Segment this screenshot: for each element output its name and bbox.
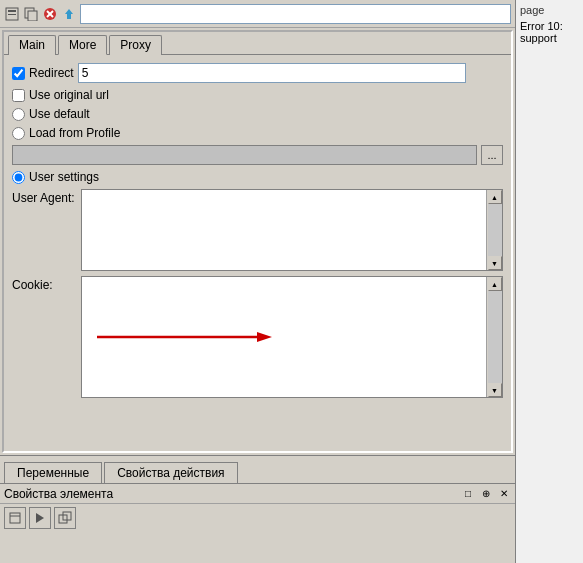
user-agent-scrollbar: ▲ ▼	[486, 190, 502, 270]
user-settings-row: User settings	[12, 170, 503, 184]
redirect-checkbox[interactable]	[12, 67, 25, 80]
user-agent-box: ▲ ▼	[81, 189, 503, 271]
toolbar-icon-1[interactable]	[4, 6, 20, 22]
properties-minimize-icon[interactable]: □	[461, 487, 475, 501]
redirect-row: Redirect	[12, 63, 503, 83]
cookie-scroll-down[interactable]: ▼	[488, 383, 502, 397]
bottom-tabs: Переменные Свойства действия	[0, 455, 515, 483]
svg-marker-8	[65, 9, 73, 19]
content-area: Redirect Use original url Use default Lo…	[4, 55, 511, 451]
cookie-field-row: Cookie: ▲ ▼	[12, 276, 503, 398]
svg-rect-4	[28, 11, 37, 21]
tabs-container: Main More Proxy Redirect Use original ur…	[2, 30, 513, 453]
use-default-radio[interactable]	[12, 108, 25, 121]
download-icon[interactable]	[61, 6, 77, 22]
redirect-label: Redirect	[29, 66, 74, 80]
user-agent-field-row: User Agent: ▲ ▼	[12, 189, 503, 271]
user-agent-scroll-down[interactable]: ▼	[488, 256, 502, 270]
properties-header-icons: □ ⊕ ✕	[461, 487, 511, 501]
cookie-scroll-track	[488, 291, 502, 383]
redirect-input[interactable]	[78, 63, 466, 83]
right-panel: page Error 10: support	[515, 0, 583, 563]
tab-proxy[interactable]: Proxy	[109, 35, 162, 55]
load-from-profile-label: Load from Profile	[29, 126, 120, 140]
cookie-scrollbar: ▲ ▼	[486, 277, 502, 397]
properties-header: Свойства элемента □ ⊕ ✕	[0, 484, 515, 504]
stop-icon[interactable]	[42, 6, 58, 22]
cookie-scroll-up[interactable]: ▲	[488, 277, 502, 291]
svg-marker-13	[36, 513, 44, 523]
load-from-profile-radio[interactable]	[12, 127, 25, 140]
bottom-tab-action-properties[interactable]: Свойства действия	[104, 462, 237, 483]
left-panel: Main More Proxy Redirect Use original ur…	[0, 0, 515, 563]
profile-input[interactable]	[12, 145, 477, 165]
user-settings-radio[interactable]	[12, 171, 25, 184]
use-original-url-label: Use original url	[29, 88, 109, 102]
tab-more[interactable]: More	[58, 35, 107, 55]
user-agent-scroll-up[interactable]: ▲	[488, 190, 502, 204]
user-agent-textarea[interactable]	[82, 190, 486, 270]
toolbar-icon-2[interactable]	[23, 6, 39, 22]
toolbar	[0, 0, 515, 28]
bottom-tab-variables[interactable]: Переменные	[4, 462, 102, 483]
svg-rect-2	[8, 14, 16, 15]
cookie-label: Cookie:	[12, 276, 77, 292]
prop-btn-3[interactable]	[54, 507, 76, 529]
cookie-textarea[interactable]	[82, 277, 486, 397]
tab-bar: Main More Proxy	[4, 32, 511, 55]
address-input[interactable]	[80, 4, 511, 24]
tab-main[interactable]: Main	[8, 35, 56, 55]
dots-button[interactable]: ...	[481, 145, 503, 165]
user-agent-label: User Agent:	[12, 189, 77, 205]
prop-btn-2[interactable]	[29, 507, 51, 529]
user-settings-label: User settings	[29, 170, 99, 184]
use-original-url-row: Use original url	[12, 88, 503, 102]
svg-rect-1	[8, 10, 16, 12]
properties-panel: Свойства элемента □ ⊕ ✕	[0, 483, 515, 563]
use-default-label: Use default	[29, 107, 90, 121]
use-default-row: Use default	[12, 107, 503, 121]
right-error-text: Error 10: support	[520, 20, 579, 44]
right-page-label: page	[520, 4, 579, 16]
user-agent-scroll-track	[488, 204, 502, 256]
prop-btn-1[interactable]	[4, 507, 26, 529]
properties-pin-icon[interactable]: ⊕	[479, 487, 493, 501]
load-from-profile-row: Load from Profile	[12, 126, 503, 140]
properties-close-icon[interactable]: ✕	[497, 487, 511, 501]
use-original-url-checkbox[interactable]	[12, 89, 25, 102]
properties-toolbar	[0, 504, 515, 532]
properties-title: Свойства элемента	[4, 487, 113, 501]
profile-row: ...	[12, 145, 503, 165]
svg-rect-11	[10, 513, 20, 523]
cookie-box: ▲ ▼	[81, 276, 503, 398]
